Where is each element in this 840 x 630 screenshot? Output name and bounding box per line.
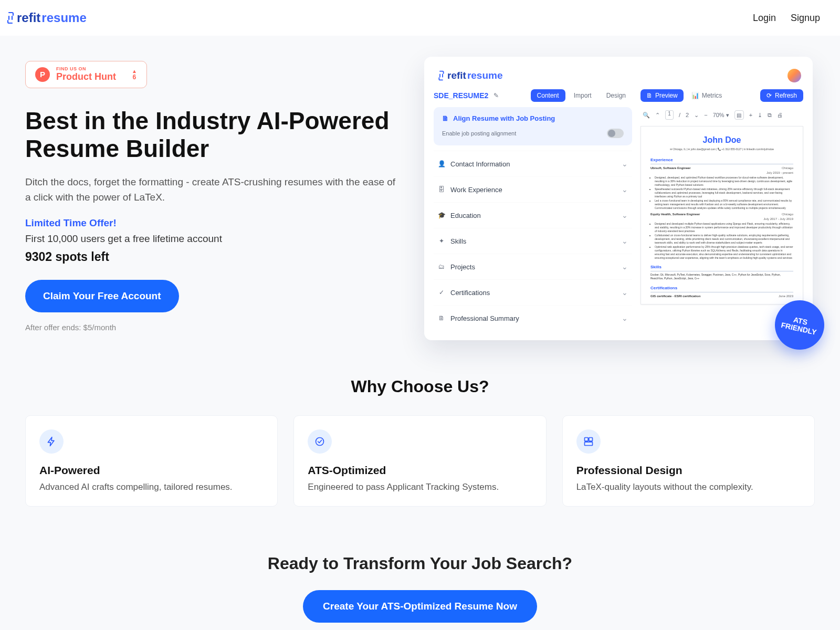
lightning-icon [39,429,64,454]
feature-ats: ATS-Optimized Engineered to pass Applica… [293,415,546,507]
tab-import[interactable]: Import [568,89,598,102]
feature-desc: LaTeX-quality layouts without the comple… [576,482,801,492]
claim-account-button[interactable]: Claim Your Free Account [25,280,179,312]
section-projects[interactable]: 🗂Projects ⌄ [434,254,632,279]
nav-links: Login Signup [753,13,835,24]
eye-icon: 🗎 [646,92,653,99]
search-icon[interactable]: 🔍 [643,112,650,119]
copy-icon[interactable]: ⧉ [768,112,772,119]
zoom-level[interactable]: 70% ▾ [713,112,729,119]
product-hunt-badge[interactable]: P FIND US ON Product Hunt ▲ 6 [25,61,147,88]
check-icon: ✓ [438,289,445,296]
doc-bar: SDE_RESUME2 ✎ Content Import Design [434,89,632,107]
chevron-down-icon: ⌄ [622,211,628,219]
resume-name: John Doe [650,134,793,146]
app-editor-panel: SDE_RESUME2 ✎ Content Import Design 🗎 Al [434,89,632,331]
feature-title: AI-Powered [39,464,264,477]
resume-preview: John Doe ✉ Chicago, IL | ✉ john.doe@gmai… [640,126,803,304]
layout-icon [576,429,601,454]
briefcase-icon: 🗄 [438,186,445,193]
create-resume-button[interactable]: Create Your ATS-Optimized Resume Now [303,590,537,623]
spots-left: 9302 spots left [25,250,414,264]
skills-line: Docker, Git, Microsoft, PyTest, Kubernet… [650,273,793,281]
section-education[interactable]: 🎓Education ⌄ [434,202,632,228]
document-icon: 🗎 [442,114,449,122]
signup-link[interactable]: Signup [791,13,820,24]
tab-metrics[interactable]: 📊Metrics [686,89,728,102]
feature-title: ATS-Optimized [308,464,532,477]
login-link[interactable]: Login [753,13,776,24]
download-icon[interactable]: ⤓ [758,112,762,119]
pencil-icon[interactable]: ✎ [494,92,499,99]
check-circle-icon [308,429,332,454]
limited-offer: Limited Time Offer! [25,217,414,229]
hero-right: refitresume SDE_RESUME2 ✎ Content Import [424,57,813,340]
feature-desc: Advanced AI crafts compelling, tailored … [39,482,264,492]
app-body: SDE_RESUME2 ✎ Content Import Design 🗎 Al [434,89,803,331]
after-offer-note: After offer ends: $5/month [25,323,414,332]
hero-left: P FIND US ON Product Hunt ▲ 6 Best in th… [25,57,414,340]
logo-text-resume: resume [41,10,86,25]
section-skills[interactable]: ✦Skills ⌄ [434,228,632,254]
svg-point-0 [316,438,324,446]
align-toggle[interactable] [607,129,624,138]
logo-icon [5,10,16,25]
product-hunt-text: FIND US ON Product Hunt [56,67,116,82]
fit-page-icon[interactable]: ▤ [734,110,744,120]
ph-name: Product Hunt [56,72,116,82]
pdf-toolbar: 🔍 ⌃ 1 / 2 ⌄ − 70% ▾ ▤ + ⤓ ⧉ 🖨 [640,107,803,123]
feature-grid: AI-Powered Advanced AI crafts compelling… [25,415,815,507]
align-title: 🗎 Align Resume with Job Posting [442,114,624,122]
hero-section: P FIND US ON Product Hunt ▲ 6 Best in th… [0,36,840,372]
bottom-cta-section: Ready to Transform Your Job Search? Crea… [0,522,840,628]
chevron-down-icon: ⌄ [622,160,628,168]
app-header: refitresume [434,66,803,89]
refresh-icon: ⟳ [766,92,772,99]
avatar[interactable] [788,69,801,82]
app-preview-card: refitresume SDE_RESUME2 ✎ Content Import [424,57,813,340]
education-icon: 🎓 [438,212,445,219]
why-title: Why Choose Us? [25,377,815,396]
ph-count: 6 [133,74,136,81]
top-nav: refitresume Login Signup [0,0,840,36]
zoom-out-icon[interactable]: − [704,112,707,118]
resume-section-experience: Experience [650,157,793,164]
section-summary[interactable]: 🗎Professional Summary ⌄ [434,305,632,331]
logo[interactable]: refitresume [5,10,87,25]
preview-bar: 🗎Preview 📊Metrics ⟳Refresh [640,89,803,102]
folder-icon: 🗂 [438,263,445,270]
section-work[interactable]: 🗄Work Experience ⌄ [434,176,632,202]
logo-text-refit: refit [17,10,40,25]
svg-rect-2 [589,438,592,442]
ph-vote: ▲ 6 [132,68,137,81]
cta-title: Ready to Transform Your Job Search? [25,554,815,573]
section-contact[interactable]: 👤Contact Information ⌄ [434,151,632,176]
zoom-in-icon[interactable]: + [749,112,752,118]
section-certs[interactable]: ✓Certifications ⌄ [434,279,632,305]
person-icon: 👤 [438,160,445,167]
doc-title: SDE_RESUME2 [434,91,488,100]
page-input[interactable]: 1 [665,110,674,120]
tab-design[interactable]: Design [600,89,632,102]
align-toggle-label: Enable job posting alignment [442,130,516,136]
feature-desc: Engineered to pass Applicant Tracking Sy… [308,482,532,492]
chart-icon: 📊 [691,92,699,99]
star-icon: ✦ [438,237,445,245]
svg-rect-3 [584,442,592,446]
tab-preview[interactable]: 🗎Preview [640,89,684,102]
chevron-up-icon[interactable]: ⌃ [655,112,660,119]
document-icon: 🗎 [438,314,445,322]
chevron-down-icon: ⌄ [622,314,628,322]
chevron-down-icon: ⌄ [622,237,628,245]
chevron-down-icon: ⌄ [622,288,628,297]
why-choose-section: Why Choose Us? AI-Powered Advanced AI cr… [0,372,840,522]
chevron-down-icon[interactable]: ⌄ [694,112,699,119]
feature-title: Professional Design [576,464,801,477]
doc-tabs: Content Import Design [531,89,632,102]
hero-title: Best in the Industry AI-Powered Resume B… [25,107,414,163]
tab-content[interactable]: Content [531,89,565,102]
print-icon[interactable]: 🖨 [777,112,783,118]
app-preview-panel: 🗎Preview 📊Metrics ⟳Refresh 🔍 ⌃ 1 / 2 ⌄ − [640,89,803,331]
refresh-button[interactable]: ⟳Refresh [760,89,803,102]
resume-bullets: Designed and developed multiple Python-b… [650,222,793,260]
